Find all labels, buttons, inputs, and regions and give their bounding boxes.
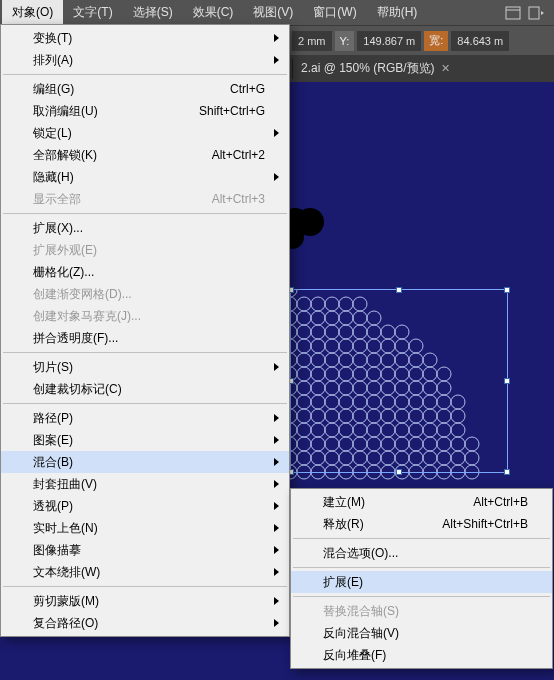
blend-submenu[interactable]: 建立(M)Alt+Ctrl+B释放(R)Alt+Shift+Ctrl+B混合选项…	[290, 488, 553, 669]
menu-item-label: 创建渐变网格(D)...	[33, 286, 132, 303]
submenu-arrow-icon	[274, 363, 279, 371]
menu-item-label: 扩展外观(E)	[33, 242, 97, 259]
object-menu-item-27[interactable]: 文本绕排(W)	[1, 561, 289, 583]
blend-submenu-item-3[interactable]: 混合选项(O)...	[291, 542, 552, 564]
y-value[interactable]: 149.867 m	[357, 31, 421, 51]
menu-item-label: 图案(E)	[33, 432, 73, 449]
menu-window[interactable]: 窗口(W)	[303, 0, 366, 25]
menu-select[interactable]: 选择(S)	[123, 0, 183, 25]
object-menu-item-5[interactable]: 锁定(L)	[1, 122, 289, 144]
object-menu-item-12[interactable]: 栅格化(Z)...	[1, 261, 289, 283]
blend-submenu-item-1[interactable]: 释放(R)Alt+Shift+Ctrl+B	[291, 513, 552, 535]
menu-separator	[3, 352, 287, 353]
menu-shortcut: Ctrl+G	[230, 82, 265, 96]
w-value[interactable]: 84.643 m	[451, 31, 509, 51]
x-value[interactable]: 2 mm	[292, 31, 332, 51]
menu-help[interactable]: 帮助(H)	[367, 0, 428, 25]
object-menu[interactable]: 变换(T)排列(A)编组(G)Ctrl+G取消编组(U)Shift+Ctrl+G…	[0, 24, 290, 637]
menu-item-label: 反向堆叠(F)	[323, 647, 386, 664]
menu-separator	[3, 74, 287, 75]
menu-item-label: 路径(P)	[33, 410, 73, 427]
menu-separator	[293, 567, 550, 568]
arrange-icon[interactable]	[528, 4, 546, 22]
submenu-arrow-icon	[274, 129, 279, 137]
object-menu-item-18[interactable]: 创建裁切标记(C)	[1, 378, 289, 400]
object-menu-item-23[interactable]: 封套扭曲(V)	[1, 473, 289, 495]
menu-item-label: 文本绕排(W)	[33, 564, 100, 581]
object-menu-item-21[interactable]: 图案(E)	[1, 429, 289, 451]
object-menu-item-24[interactable]: 透视(P)	[1, 495, 289, 517]
handle-br[interactable]	[504, 469, 510, 475]
object-menu-item-30[interactable]: 复合路径(O)	[1, 612, 289, 634]
blend-submenu-item-0[interactable]: 建立(M)Alt+Ctrl+B	[291, 491, 552, 513]
close-icon[interactable]: ✕	[441, 62, 450, 75]
menu-shortcut: Alt+Ctrl+2	[212, 148, 265, 162]
menu-item-label: 建立(M)	[323, 494, 365, 511]
object-menu-item-1[interactable]: 排列(A)	[1, 49, 289, 71]
submenu-arrow-icon	[274, 480, 279, 488]
object-menu-item-17[interactable]: 切片(S)	[1, 356, 289, 378]
blend-submenu-item-7: 替换混合轴(S)	[291, 600, 552, 622]
handle-tm[interactable]	[396, 287, 402, 293]
menu-item-label: 混合(B)	[33, 454, 73, 471]
handle-tr[interactable]	[504, 287, 510, 293]
submenu-arrow-icon	[274, 56, 279, 64]
object-menu-item-10[interactable]: 扩展(X)...	[1, 217, 289, 239]
menubar-right-icons	[504, 4, 552, 22]
blend-submenu-item-8[interactable]: 反向混合轴(V)	[291, 622, 552, 644]
y-label: Y:	[335, 31, 355, 51]
menu-item-label: 剪切蒙版(M)	[33, 593, 99, 610]
object-menu-item-6[interactable]: 全部解锁(K)Alt+Ctrl+2	[1, 144, 289, 166]
menu-view[interactable]: 视图(V)	[243, 0, 303, 25]
menu-item-label: 编组(G)	[33, 81, 74, 98]
menu-item-label: 切片(S)	[33, 359, 73, 376]
submenu-arrow-icon	[274, 546, 279, 554]
menu-item-label: 封套扭曲(V)	[33, 476, 97, 493]
w-label: 宽:	[424, 31, 448, 51]
menu-item-label: 反向混合轴(V)	[323, 625, 399, 642]
blend-submenu-item-9[interactable]: 反向堆叠(F)	[291, 644, 552, 666]
menu-type[interactable]: 文字(T)	[63, 0, 122, 25]
object-menu-item-7[interactable]: 隐藏(H)	[1, 166, 289, 188]
submenu-arrow-icon	[274, 524, 279, 532]
menu-object[interactable]: 对象(O)	[2, 0, 63, 25]
menu-item-label: 混合选项(O)...	[323, 545, 398, 562]
menu-item-label: 透视(P)	[33, 498, 73, 515]
layout-icon[interactable]	[504, 4, 522, 22]
submenu-arrow-icon	[274, 458, 279, 466]
submenu-arrow-icon	[274, 502, 279, 510]
object-menu-item-15[interactable]: 拼合透明度(F)...	[1, 327, 289, 349]
object-menu-item-3[interactable]: 编组(G)Ctrl+G	[1, 78, 289, 100]
submenu-arrow-icon	[274, 597, 279, 605]
object-menu-item-22[interactable]: 混合(B)	[1, 451, 289, 473]
menu-separator	[3, 213, 287, 214]
menu-separator	[3, 403, 287, 404]
menu-item-label: 图像描摹	[33, 542, 81, 559]
handle-bm[interactable]	[396, 469, 402, 475]
svg-rect-2	[529, 7, 539, 19]
object-menu-item-4[interactable]: 取消编组(U)Shift+Ctrl+G	[1, 100, 289, 122]
object-menu-item-11: 扩展外观(E)	[1, 239, 289, 261]
menu-shortcut: Alt+Ctrl+B	[473, 495, 528, 509]
menu-item-label: 实时上色(N)	[33, 520, 98, 537]
handle-mr[interactable]	[504, 378, 510, 384]
menu-item-label: 全部解锁(K)	[33, 147, 97, 164]
object-menu-item-26[interactable]: 图像描摹	[1, 539, 289, 561]
selection-bbox	[290, 289, 508, 473]
menu-item-label: 替换混合轴(S)	[323, 603, 399, 620]
blend-submenu-item-5[interactable]: 扩展(E)	[291, 571, 552, 593]
submenu-arrow-icon	[274, 34, 279, 42]
menu-separator	[293, 538, 550, 539]
menu-effect[interactable]: 效果(C)	[183, 0, 244, 25]
document-tab[interactable]: 2.ai @ 150% (RGB/预览) ✕	[293, 55, 458, 82]
object-menu-item-29[interactable]: 剪切蒙版(M)	[1, 590, 289, 612]
object-menu-item-0[interactable]: 变换(T)	[1, 27, 289, 49]
menu-item-label: 显示全部	[33, 191, 81, 208]
menu-item-label: 扩展(X)...	[33, 220, 83, 237]
submenu-arrow-icon	[274, 436, 279, 444]
menu-shortcut: Alt+Shift+Ctrl+B	[442, 517, 528, 531]
menu-item-label: 拼合透明度(F)...	[33, 330, 118, 347]
menu-item-label: 扩展(E)	[323, 574, 363, 591]
object-menu-item-20[interactable]: 路径(P)	[1, 407, 289, 429]
object-menu-item-25[interactable]: 实时上色(N)	[1, 517, 289, 539]
